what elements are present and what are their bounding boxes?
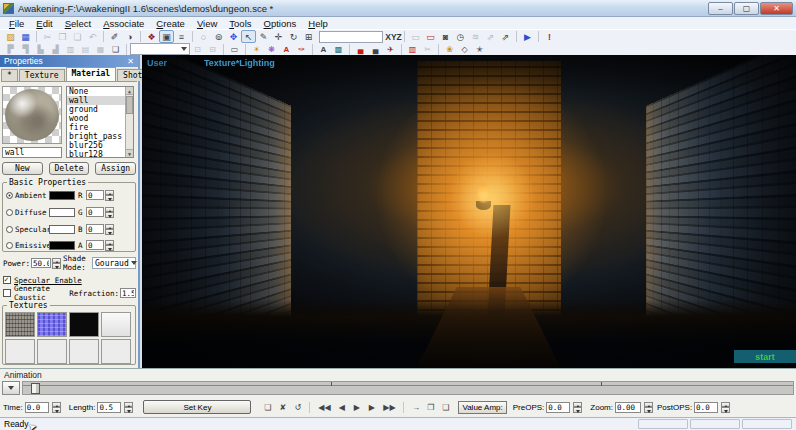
zoom-icon[interactable]: ⊚	[211, 30, 226, 43]
copy-key-icon[interactable]: ❐	[424, 403, 437, 412]
material-item-ground[interactable]: ground	[67, 105, 133, 114]
delete-key-icon[interactable]: ✘	[276, 403, 289, 412]
font-red-icon[interactable]: A	[279, 44, 294, 55]
delete-button[interactable]: Delete	[49, 162, 90, 175]
preops-field[interactable]	[546, 402, 570, 413]
prev-frame-icon[interactable]: ◀	[335, 403, 348, 412]
texture-slot-5[interactable]	[5, 339, 35, 364]
postops-spinner[interactable]	[721, 402, 730, 413]
generate-caustic-checkbox[interactable]	[3, 289, 11, 297]
paste-key-icon[interactable]: ❏	[439, 403, 452, 412]
specular-swatch[interactable]	[49, 225, 75, 234]
undo-icon[interactable]: ↶	[85, 30, 100, 43]
play-anim-icon[interactable]: ▶	[350, 403, 363, 412]
stroke-red-icon[interactable]: ✑	[294, 44, 309, 55]
pan-icon[interactable]: ✥	[226, 30, 241, 43]
channel-a-field[interactable]	[86, 240, 104, 250]
fill-icon[interactable]: ◑	[122, 30, 137, 43]
align-icon-7[interactable]: ▦	[93, 44, 108, 55]
maximize-button[interactable]: ▢	[734, 2, 759, 15]
texture-slot-6[interactable]	[37, 339, 67, 364]
go-start-icon[interactable]: ◀◀	[315, 403, 333, 412]
channel-b-spinner[interactable]	[105, 224, 114, 235]
light-icon[interactable]: ☀	[249, 44, 264, 55]
viewport-3d[interactable]: User Texture*Lighting start	[142, 55, 796, 368]
select-arrow-icon[interactable]: ↖	[241, 30, 256, 43]
time-field[interactable]	[25, 402, 49, 413]
rect-select-icon[interactable]: ▭	[227, 44, 242, 55]
refraction-field[interactable]	[120, 288, 136, 298]
material-item-fire[interactable]: fire	[67, 123, 133, 132]
share2-icon[interactable]: ⇗	[498, 30, 513, 43]
loop-icon[interactable]: ↺	[291, 403, 304, 412]
menu-view[interactable]: View	[192, 18, 222, 29]
clip-icon[interactable]: ✂	[420, 44, 435, 55]
align-icon-6[interactable]: ▤	[78, 44, 93, 55]
material-list-scrollbar[interactable]: ▲ ▼	[125, 87, 133, 157]
particle-icon[interactable]: ❋	[264, 44, 279, 55]
car-red-icon[interactable]: ▄	[353, 44, 368, 55]
channel-a-spinner[interactable]	[105, 240, 114, 251]
diamond-icon[interactable]: ◇	[457, 44, 472, 55]
link-icon[interactable]: ❖	[144, 30, 159, 43]
align-icon-1[interactable]: ▛	[3, 44, 18, 55]
align-icon-5[interactable]: ▥	[63, 44, 78, 55]
actor-icon[interactable]: ✭	[472, 44, 487, 55]
scroll-up-icon[interactable]: ▲	[126, 87, 133, 95]
shade-mode-select[interactable]: Gouraud	[92, 257, 136, 269]
plane-icon[interactable]: ✈	[383, 44, 398, 55]
rotate-icon[interactable]: ↻	[286, 30, 301, 43]
crop-icon[interactable]: ▭	[408, 30, 423, 43]
menu-file[interactable]: File	[4, 18, 29, 29]
menu-options[interactable]: Options	[259, 18, 302, 29]
texture-slot-black[interactable]	[69, 312, 99, 337]
menu-tools[interactable]: Tools	[224, 18, 256, 29]
lock-icon[interactable]: ◙	[438, 30, 453, 43]
texture-slot-diffuse[interactable]	[5, 312, 35, 337]
arrow-key-icon[interactable]: →	[409, 403, 422, 412]
specular-radio[interactable]	[6, 226, 13, 233]
form-editor-icon[interactable]: ▣	[159, 30, 174, 43]
new-key-icon[interactable]: ❏	[261, 403, 274, 412]
length-spinner[interactable]	[124, 402, 133, 413]
cut-icon[interactable]: ✂	[40, 30, 55, 43]
material-item-blur256[interactable]: blur256	[67, 141, 133, 150]
go-end-icon[interactable]: ▶▶	[380, 403, 398, 412]
diffuse-radio[interactable]	[6, 209, 13, 216]
move-icon[interactable]: ✛	[271, 30, 286, 43]
alert-icon[interactable]: !	[542, 30, 557, 43]
zoom-field[interactable]	[615, 402, 641, 413]
specular-enable-checkbox[interactable]	[3, 276, 11, 284]
channel-b-field[interactable]	[86, 224, 104, 234]
texture-slot-normal[interactable]	[37, 312, 67, 337]
menu-create[interactable]: Create	[151, 18, 190, 29]
next-frame-icon[interactable]: ▶	[365, 403, 378, 412]
material-name-field[interactable]	[2, 147, 62, 158]
assign-button[interactable]: Assign	[95, 162, 136, 175]
power-field[interactable]	[31, 258, 51, 268]
postops-field[interactable]	[694, 402, 718, 413]
layer-dropdown[interactable]	[130, 43, 190, 55]
menu-associate[interactable]: Associate	[98, 18, 149, 29]
play-icon[interactable]: ▶	[520, 30, 535, 43]
emissive-radio[interactable]	[6, 242, 13, 249]
save-icon[interactable]: ▦	[18, 30, 33, 43]
channel-g-field[interactable]	[86, 207, 104, 217]
menu-help[interactable]: Help	[303, 18, 333, 29]
grid-icon[interactable]: ⊞	[301, 30, 316, 43]
snap-icon-2[interactable]: ⊟	[205, 44, 220, 55]
close-button[interactable]: ✕	[760, 2, 793, 15]
eraser-icon[interactable]: ✐	[107, 30, 122, 43]
timeline-slider-handle[interactable]	[31, 383, 40, 394]
preops-spinner[interactable]	[573, 402, 582, 413]
ambient-swatch[interactable]	[49, 191, 75, 200]
menu-select[interactable]: Select	[60, 18, 96, 29]
paste-icon[interactable]: ❏	[70, 30, 85, 43]
share-icon[interactable]: ⇗	[483, 30, 498, 43]
history-icon[interactable]: ◷	[453, 30, 468, 43]
value-amp-button[interactable]: Value Amp:	[458, 401, 506, 414]
scrollbar-thumb[interactable]	[126, 96, 133, 114]
selection-name-combobox[interactable]	[319, 31, 383, 43]
align-icon-3[interactable]: ▙	[33, 44, 48, 55]
ambient-radio[interactable]	[6, 192, 13, 199]
